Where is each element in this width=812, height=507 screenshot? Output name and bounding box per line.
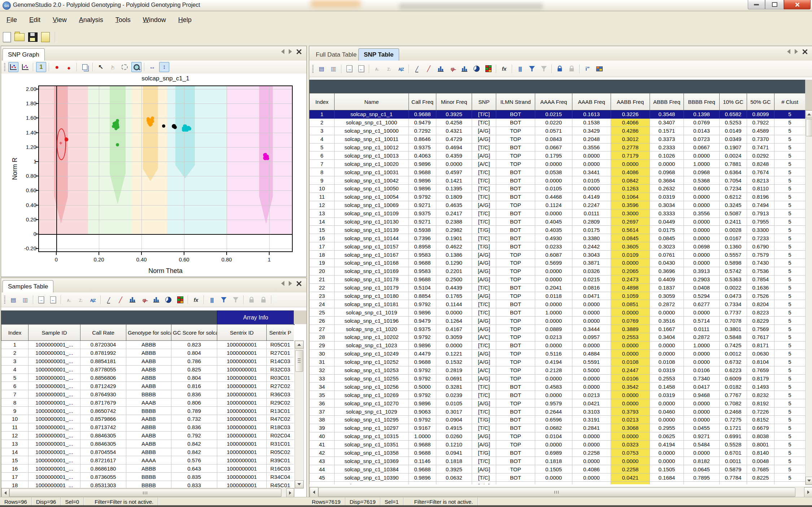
table-row[interactable]: 61000000001_...0.8712429AABB0.8161000000… (1, 382, 294, 390)
table-row[interactable]: 4solcap_snp_c1_100110.86460.4729[A/G]TOP… (310, 135, 806, 143)
scroll-down-icon[interactable] (806, 477, 812, 485)
table-row[interactable]: 17solcap_snp_c1_101570.89580.4622[T/G]BO… (310, 242, 806, 251)
edit-mode-icon[interactable]: ▤ (316, 64, 327, 74)
heatmap-icon[interactable] (175, 295, 185, 305)
column-header-sample-id[interactable]: Sample ID (29, 325, 80, 341)
table-row[interactable]: 29solcap_snp_c1_10230.98960.0000[T/C]BOT… (310, 341, 806, 349)
snp-vscrollbar[interactable] (805, 110, 812, 485)
table-row[interactable]: 2solcap_snp_c1_10000.94790.4258[T/C]BOT0… (310, 118, 806, 127)
table-row[interactable]: 43solcap_snp_c1_103690.11460.1818[T/C]BO… (310, 457, 806, 465)
color-grid-icon[interactable] (594, 64, 604, 74)
scroll-left-icon[interactable] (1, 488, 9, 497)
scroll-up-icon[interactable] (806, 110, 812, 118)
table-row[interactable]: 25solcap_snp_c1_10190.98960.0000[T/C]BOT… (310, 308, 806, 317)
copy-icon[interactable] (80, 62, 90, 72)
table-row[interactable]: 11000000001_...0.8720304ABBB0.8231000000… (1, 341, 294, 349)
table-row[interactable]: 10solcap_snp_c1_100500.98960.1395[T/C]BO… (310, 185, 806, 193)
data-point-unclassified[interactable] (173, 125, 177, 129)
column-chooser-icon[interactable]: ||| (207, 295, 217, 305)
column-header-name[interactable]: Name (335, 93, 409, 110)
copy-special-icon[interactable]: ▥ (20, 295, 30, 305)
new-document-icon[interactable] (3, 32, 11, 42)
function-fx-icon[interactable]: fx (191, 295, 201, 305)
table-row[interactable]: 121000000001_...0.8846305AABB0.792100000… (1, 431, 294, 440)
table-row[interactable]: 31000000001_...0.8854181AABB0.7861000000… (1, 357, 294, 365)
pie-chart-icon[interactable] (163, 295, 173, 305)
pie-chart-icon[interactable] (471, 64, 481, 74)
box-plot-icon[interactable]: φ̶ (448, 64, 458, 74)
line-plot-icon[interactable]: ╱ (104, 295, 114, 305)
table-row[interactable]: 45solcap_snp_c1_103900.98960.0632[T/C]BO… (310, 473, 806, 482)
menu-view[interactable]: View (53, 16, 67, 24)
tab-snp-table[interactable]: SNP Table (358, 48, 399, 61)
unlock-icon[interactable] (258, 295, 269, 305)
table-row[interactable]: 38solcap_snp_c1_102950.97920.0904[T/G]BO… (310, 415, 806, 424)
column-header-abbb-freq[interactable]: ABBB Freq (650, 93, 684, 110)
column-header-index[interactable]: Index (1, 325, 29, 341)
heatmap-icon[interactable] (483, 64, 493, 74)
column-header-minor-freq[interactable]: Minor Freq (436, 93, 472, 110)
column-header-gc-score-for-solcap-snp-c1[interactable]: GC Score for solcap_snp_c1 (171, 325, 217, 341)
scroll-thumb[interactable] (295, 350, 303, 372)
menu-help[interactable]: Help (178, 16, 192, 24)
info-marker-icon[interactable]: iʺ (582, 64, 593, 74)
table-row[interactable]: 71000000001_...0.8764930BBBB0.8361000000… (1, 390, 294, 398)
scroll-down-icon[interactable] (295, 480, 304, 488)
clear-filter-icon[interactable] (539, 64, 549, 74)
table-row[interactable]: 33solcap_snp_c1_102550.97920.0691[A/G]TO… (310, 374, 806, 383)
snp-hscrollbar[interactable] (309, 487, 812, 498)
box-plot-icon[interactable]: φ̶ (139, 295, 149, 305)
nav-prev-icon[interactable] (281, 49, 284, 54)
sort-az-icon[interactable]: A|Z (396, 64, 406, 74)
data-point-BBBB[interactable] (264, 153, 267, 156)
table-row[interactable]: 81000000001_...0.8717679AAAB0.8061000000… (1, 398, 294, 407)
tab-samples-table[interactable]: Samples Table (3, 280, 53, 292)
sort-desc-icon[interactable]: Z↓ (76, 295, 86, 305)
table-row[interactable]: 19solcap_snp_c1_101680.96880.1290[A/G]TO… (310, 259, 806, 267)
table-row[interactable]: 26solcap_snp_c1_101960.94790.1264[A/G]TO… (310, 317, 806, 325)
copy-special-icon[interactable]: ▥ (328, 64, 339, 74)
column-header-sentrix-id[interactable]: Sentrix ID (217, 325, 267, 341)
table-row[interactable]: 7solcap_snp_c1_100200.98960.0000[A/C]TOP… (310, 160, 806, 168)
function-fx-icon[interactable]: fx (499, 64, 509, 74)
menu-analysis[interactable]: Analysis (79, 16, 103, 24)
zoom-magnifier-icon[interactable] (131, 62, 141, 72)
data-point-ABBB[interactable] (184, 128, 188, 132)
column-header-index[interactable]: Index (310, 93, 335, 110)
table-row[interactable]: 131000000001_...0.8846305AABB0.842100000… (1, 440, 294, 448)
column-header--clust[interactable]: # Clust (774, 93, 806, 110)
menu-file[interactable]: File (6, 16, 17, 24)
table-row[interactable]: 21000000001_...0.8781992ABBB0.8041000000… (1, 349, 294, 357)
table-row[interactable]: 41solcap_snp_c1_103510.96880.1210[A/G]TO… (310, 440, 806, 449)
table-row[interactable]: 3solcap_snp_c1_100000.72920.4321[A/G]TOP… (310, 127, 806, 135)
table-row[interactable]: 12solcap_snp_c1_100690.92710.4635[A/G]TO… (310, 201, 806, 209)
table-row[interactable]: 101000000001_...0.8579866AABB0.732100000… (1, 415, 294, 423)
table-row[interactable]: 5solcap_snp_c1_100120.93750.4694[T/C]BOT… (310, 143, 806, 151)
column-header-snp[interactable]: SNP (472, 93, 496, 110)
lock-icon[interactable] (555, 64, 565, 74)
table-row[interactable]: 40solcap_snp_c1_103151.00000.0260[A/G]TO… (310, 432, 806, 440)
menu-edit[interactable]: Edit (29, 16, 40, 24)
table-row[interactable]: 46solcap_snp_c1_103910.78130.2867[T/C]BO… (310, 482, 806, 484)
table-row[interactable]: 34solcap_snp_c1_102560.50000.3281[T/C]BO… (310, 383, 806, 391)
table-row[interactable]: 161000000001_...0.8686180ABBB0.643100000… (1, 464, 294, 473)
large-point-icon[interactable]: ● (52, 62, 62, 72)
column-header-aaaa-freq[interactable]: AAAA Freq (535, 93, 572, 110)
column-header-aaab-freq[interactable]: AAAB Freq (572, 93, 611, 110)
column-header-genotype-for-solcap-snp-c1[interactable]: Genotype for solcap_snp_c1 (126, 325, 171, 341)
edit-mode-icon[interactable]: ▤ (8, 295, 18, 305)
data-point-AAAB[interactable] (115, 121, 119, 124)
restore-button[interactable] (765, 0, 784, 9)
cursor-arrow-icon[interactable]: ↖ (96, 62, 106, 72)
samples-hscrollbar[interactable] (1, 488, 294, 498)
single-plot-1-icon[interactable]: 1 (36, 62, 46, 72)
column-header-ilmn-strand[interactable]: ILMN Strand (496, 93, 535, 110)
table-row[interactable]: 41000000001_...0.8778055AABB0.8251000000… (1, 365, 294, 374)
snp-graph-chart[interactable]: solcap_snp_c1_1Norm RNorm Theta2.001.801… (1, 74, 306, 277)
table-row[interactable]: 44solcap_snp_c1_103840.96880.3925[A/G]TO… (310, 465, 806, 473)
table-row[interactable]: 14solcap_snp_c1_101300.92710.2388[T/C]BO… (310, 217, 806, 226)
column-chooser-icon[interactable]: ||| (515, 64, 525, 74)
table-row[interactable]: 27solcap_snp_c1_10200.93750.4167[A/G]TOP… (310, 325, 806, 333)
table-row[interactable]: 151000000001_...0.8721617AAAA0.576100000… (1, 456, 294, 464)
menu-window[interactable]: Window (143, 16, 166, 24)
